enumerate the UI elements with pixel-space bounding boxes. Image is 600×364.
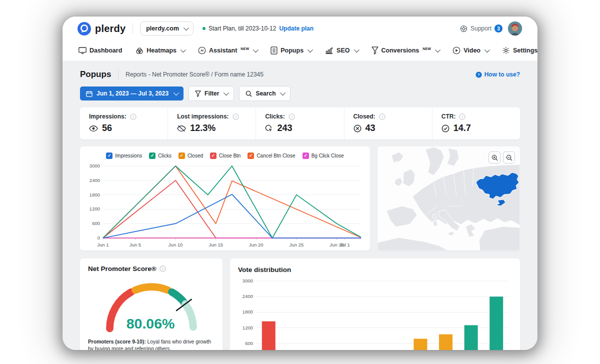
svg-text:3000: 3000 xyxy=(242,278,253,284)
content-area: Popups Reports - Net Promoter Score® / F… xyxy=(62,60,538,350)
nav-item-heatmaps[interactable]: Heatmaps xyxy=(136,47,184,54)
map-sicily xyxy=(448,232,454,236)
legend-item-cancel-btn-close[interactable]: ✓Cancel Btn Close xyxy=(248,152,295,159)
svg-text:Jun 1: Jun 1 xyxy=(97,242,108,248)
breadcrumb: Reports - Net Promoter Score® / Form nam… xyxy=(126,71,264,78)
stat-value: 12.3% xyxy=(190,123,216,134)
domain-value: plerdy.com xyxy=(146,25,179,32)
chevron-down-icon xyxy=(224,90,229,96)
legend-checkbox[interactable]: ✓ xyxy=(210,152,216,159)
nav-item-popups[interactable]: Popups xyxy=(270,46,312,54)
map-turkey xyxy=(479,226,520,250)
nav-item-seo[interactable]: SEO xyxy=(325,47,358,54)
gear-icon xyxy=(502,46,510,54)
svg-text:1200: 1200 xyxy=(90,206,100,212)
filter-icon xyxy=(195,90,201,97)
how-to-use-label: How to use? xyxy=(484,71,520,78)
divider xyxy=(132,23,133,34)
date-range-button[interactable]: Jun 1, 2023 — Jul 3, 2023 xyxy=(80,86,184,100)
chevron-down-icon xyxy=(484,47,490,52)
zoom-in-icon xyxy=(492,154,498,161)
legend-item-bg-click-close[interactable]: ✓Bg Click Close xyxy=(302,152,344,159)
nav-label: Popups xyxy=(280,47,304,54)
plan-status-text: Start Plan, till 2023-10-12 xyxy=(208,25,276,32)
svg-text:Jun 15: Jun 15 xyxy=(208,242,223,248)
support-button[interactable]: Support 3 xyxy=(460,24,502,32)
map-zoom-out-button[interactable] xyxy=(503,152,515,164)
geo-map-card xyxy=(378,146,520,250)
how-to-use-link[interactable]: ? How to use? xyxy=(476,71,520,78)
legend-item-clicks[interactable]: ✓Clicks xyxy=(149,152,172,159)
plerdy-logo[interactable]: plerdy xyxy=(78,22,126,36)
stat-value: 43 xyxy=(366,123,376,134)
question-circle-icon: ? xyxy=(476,72,482,78)
legend-item-close-btn[interactable]: ✓Close Btn xyxy=(210,152,240,159)
nav-item-assistant[interactable]: AI Assistant NEW xyxy=(198,46,257,54)
legend-checkbox[interactable]: ✓ xyxy=(106,152,112,159)
svg-text:3000: 3000 xyxy=(90,163,100,168)
legend-item-closed[interactable]: ✓Closed xyxy=(178,152,203,159)
info-icon[interactable]: i xyxy=(459,114,466,120)
stat-closed: Closed: i 43 xyxy=(344,108,432,140)
popup-doc-icon xyxy=(270,46,278,54)
svg-text:600: 600 xyxy=(92,220,100,226)
series-cancel-btn-close xyxy=(103,166,361,238)
filter-button[interactable]: Filter xyxy=(188,86,234,101)
nav-item-settings[interactable]: Settings xyxy=(502,46,538,54)
map-zoom-in-button[interactable] xyxy=(488,152,500,164)
svg-text:1200: 1200 xyxy=(242,325,253,330)
svg-text:i: i xyxy=(132,114,134,119)
svg-text:1800: 1800 xyxy=(90,192,100,198)
page-background: plerdy plerdy.com Start Plan, till 2023-… xyxy=(0,0,600,364)
divider xyxy=(118,69,118,80)
info-icon[interactable]: i xyxy=(288,114,295,120)
calendar-icon xyxy=(86,90,92,97)
info-icon[interactable]: i xyxy=(379,114,386,120)
vote-distribution-title: Vote distribution xyxy=(238,266,291,274)
domain-selector[interactable]: plerdy.com xyxy=(140,22,194,36)
chevron-down-icon xyxy=(180,47,186,52)
bar-chart: 06001200180024003000 xyxy=(238,277,512,350)
nps-promoters-lead: Promoters (score 9-10): xyxy=(88,339,146,344)
svg-text:i: i xyxy=(162,266,163,271)
vote-distribution-card: Vote distribution 06001200180024003000 xyxy=(230,258,520,350)
nps-description: Promoters (score 9-10): Loyal fans who d… xyxy=(88,338,214,350)
chevron-down-icon xyxy=(435,47,440,52)
legend-checkbox[interactable]: ✓ xyxy=(302,152,309,159)
check-circle-icon xyxy=(442,124,450,132)
info-icon[interactable]: i xyxy=(130,114,136,120)
nav-item-dashboard[interactable]: Dashboard xyxy=(78,47,122,54)
nps-card: Net Promoter Score® i 80.06% xyxy=(80,258,222,350)
legend-item-impressions[interactable]: ✓Impressions xyxy=(106,152,142,159)
nps-gauge: 80.06% xyxy=(95,274,208,334)
svg-text:i: i xyxy=(235,114,236,119)
legend-checkbox[interactable]: ✓ xyxy=(149,152,156,159)
map-corsica xyxy=(432,214,436,219)
zoom-out-icon xyxy=(506,154,512,161)
nav-item-video[interactable]: Video xyxy=(452,46,488,54)
nav-item-conversions[interactable]: Conversions NEW xyxy=(372,46,440,54)
eye-icon xyxy=(89,125,98,132)
nav-label: Dashboard xyxy=(90,47,122,54)
legend-label: Closed xyxy=(188,153,203,158)
plan-status: Start Plan, till 2023-10-12 Update plan xyxy=(202,25,314,32)
stat-label: Closed: xyxy=(354,113,376,120)
vote-bar xyxy=(464,325,478,350)
chevron-down-icon xyxy=(354,47,359,52)
chevron-down-icon xyxy=(174,90,179,96)
chevron-down-icon xyxy=(184,25,189,30)
click-icon xyxy=(265,124,273,132)
line-chart: 06001200180024003000Jun 1Jun 5Jun 10Jun … xyxy=(84,161,366,252)
stat-label: Clicks: xyxy=(265,113,284,120)
search-icon xyxy=(246,90,252,97)
page-title: Popups xyxy=(80,70,111,80)
legend-checkbox[interactable]: ✓ xyxy=(178,152,185,159)
user-avatar[interactable] xyxy=(508,21,522,36)
update-plan-link[interactable]: Update plan xyxy=(279,25,314,32)
info-icon[interactable]: i xyxy=(232,114,239,120)
svg-text:Jun 5: Jun 5 xyxy=(130,242,141,248)
info-icon[interactable]: i xyxy=(160,266,166,272)
search-button[interactable]: Search xyxy=(239,86,290,101)
legend-checkbox[interactable]: ✓ xyxy=(248,152,254,159)
support-count-badge: 3 xyxy=(494,24,502,32)
